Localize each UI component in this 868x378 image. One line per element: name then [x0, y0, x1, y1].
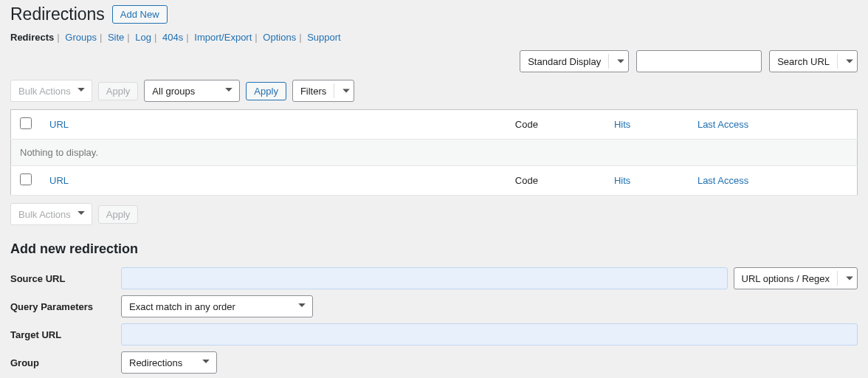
search-type-select[interactable]: Search URL	[769, 50, 858, 72]
source-url-label: Source URL	[10, 273, 121, 284]
bulk-actions-select[interactable]: Bulk Actions	[10, 80, 92, 102]
apply-filter-button[interactable]: Apply	[246, 82, 286, 100]
empty-row: Nothing to display.	[11, 140, 858, 166]
bulk-actions-label: Bulk Actions	[18, 86, 71, 97]
col-last-access[interactable]: Last Access	[698, 119, 748, 130]
form-title: Add new redirection	[10, 241, 858, 257]
group-select[interactable]: Redirections	[121, 351, 217, 374]
source-url-input[interactable]	[121, 267, 728, 289]
display-mode-select[interactable]: Standard Display	[520, 50, 629, 72]
col-code-footer: Code	[515, 175, 538, 186]
filters-select[interactable]: Filters	[292, 80, 354, 102]
annotation-arrow-icon	[40, 372, 114, 378]
nav-import-export[interactable]: Import/Export	[194, 32, 252, 43]
query-params-value: Exact match in any order	[129, 301, 235, 312]
bulk-actions-select-bottom[interactable]: Bulk Actions	[10, 203, 92, 225]
url-options-label: URL options / Regex	[742, 273, 830, 284]
chevron-down-icon	[202, 357, 210, 368]
group-label: Group	[10, 357, 121, 368]
group-filter-label: All groups	[152, 86, 195, 97]
apply-bulk-button-bottom[interactable]: Apply	[98, 205, 139, 224]
search-type-label: Search URL	[777, 56, 830, 67]
nav-support[interactable]: Support	[307, 32, 341, 43]
bulk-actions-label-bottom: Bulk Actions	[18, 209, 71, 220]
query-params-label: Query Parameters	[10, 301, 121, 312]
col-url[interactable]: URL	[49, 119, 69, 130]
nav-redirects[interactable]: Redirects	[10, 32, 54, 43]
select-all-checkbox-footer[interactable]	[20, 173, 32, 185]
col-hits[interactable]: Hits	[614, 119, 630, 130]
add-new-button[interactable]: Add New	[112, 5, 168, 24]
group-filter-select[interactable]: All groups	[144, 80, 240, 102]
chevron-down-icon	[837, 54, 854, 69]
col-hits-footer[interactable]: Hits	[614, 175, 630, 186]
display-mode-label: Standard Display	[528, 56, 601, 67]
target-url-input[interactable]	[121, 323, 858, 346]
col-last-access-footer[interactable]: Last Access	[698, 175, 748, 186]
group-value: Redirections	[129, 357, 182, 368]
col-code: Code	[515, 119, 538, 130]
chevron-down-icon	[224, 86, 233, 97]
nav-log[interactable]: Log	[135, 32, 151, 43]
chevron-down-icon	[334, 83, 351, 98]
select-all-checkbox[interactable]	[20, 117, 32, 129]
chevron-down-icon	[77, 209, 86, 220]
nav-tabs: Redirects| Groups| Site| Log| 404s| Impo…	[10, 32, 858, 43]
chevron-down-icon	[837, 271, 854, 286]
nav-options[interactable]: Options	[263, 32, 296, 43]
filters-label: Filters	[300, 86, 326, 97]
redirects-table: URL Code Hits Last Access Nothing to dis…	[10, 109, 858, 196]
search-input[interactable]	[636, 50, 762, 72]
apply-bulk-button[interactable]: Apply	[98, 82, 139, 100]
chevron-down-icon	[297, 301, 306, 312]
chevron-down-icon	[77, 86, 86, 97]
page-title: Redirections	[10, 4, 105, 24]
query-params-select[interactable]: Exact match in any order	[121, 295, 313, 317]
nav-groups[interactable]: Groups	[65, 32, 97, 43]
target-url-label: Target URL	[10, 329, 121, 340]
col-url-footer[interactable]: URL	[49, 175, 69, 186]
chevron-down-icon	[608, 54, 625, 69]
url-options-select[interactable]: URL options / Regex	[734, 267, 858, 289]
nav-site[interactable]: Site	[108, 32, 124, 43]
nav-404s[interactable]: 404s	[162, 32, 183, 43]
